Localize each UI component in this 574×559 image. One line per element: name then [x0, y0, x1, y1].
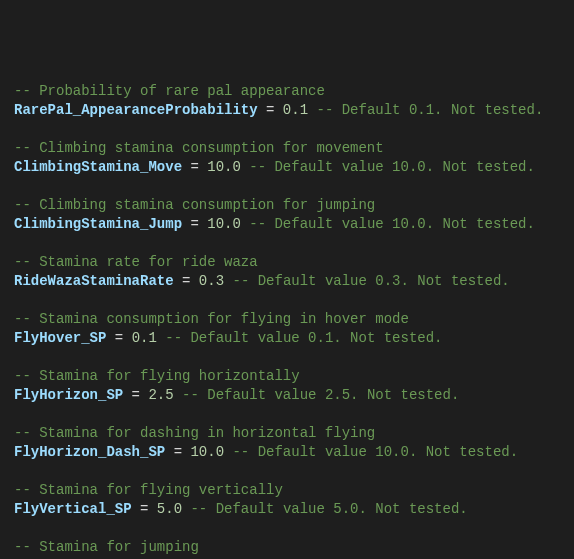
code-assign: =	[182, 216, 207, 232]
code-value: 10.0	[190, 444, 224, 460]
code-comment: -- Climbing stamina consumption for move…	[14, 140, 384, 156]
code-value: 0.3	[199, 273, 224, 289]
code-assign: =	[132, 501, 157, 517]
code-inline-comment: -- Default value 10.0. Not tested.	[241, 216, 535, 232]
code-variable-flyhorizon-sp: FlyHorizon_SP	[14, 387, 123, 403]
code-inline-comment: -- Default value 5.0. Not tested.	[182, 501, 468, 517]
code-variable-rarepal-appearanceprobability: RarePal_AppearanceProbability	[14, 102, 258, 118]
code-comment: -- Stamina rate for ride waza	[14, 254, 258, 270]
code-comment: -- Stamina consumption for flying in hov…	[14, 311, 409, 327]
code-value: 0.1	[283, 102, 308, 118]
code-variable-flyvertical-sp: FlyVertical_SP	[14, 501, 132, 517]
code-value: 10.0	[207, 216, 241, 232]
code-comment: -- Probability of rare pal appearance	[14, 83, 325, 99]
code-block[interactable]: -- Probability of rare pal appearance Ra…	[14, 82, 560, 559]
code-variable-climbingstamina-jump: ClimbingStamina_Jump	[14, 216, 182, 232]
code-value: 2.5	[148, 387, 173, 403]
code-assign: =	[174, 273, 199, 289]
code-variable-flyhorizon-dash-sp: FlyHorizon_Dash_SP	[14, 444, 165, 460]
code-inline-comment: -- Default value 2.5. Not tested.	[174, 387, 460, 403]
code-assign: =	[123, 387, 148, 403]
code-assign: =	[182, 159, 207, 175]
code-inline-comment: -- Default 0.1. Not tested.	[308, 102, 543, 118]
code-inline-comment: -- Default value 0.3. Not tested.	[224, 273, 510, 289]
code-comment: -- Stamina for flying vertically	[14, 482, 283, 498]
code-value: 10.0	[207, 159, 241, 175]
code-assign: =	[258, 102, 283, 118]
code-variable-flyhover-sp: FlyHover_SP	[14, 330, 106, 346]
code-comment: -- Stamina for flying horizontally	[14, 368, 300, 384]
code-assign: =	[165, 444, 190, 460]
code-inline-comment: -- Default value 10.0. Not tested.	[224, 444, 518, 460]
code-comment: -- Stamina for jumping	[14, 539, 199, 555]
code-comment: -- Climbing stamina consumption for jump…	[14, 197, 375, 213]
code-inline-comment: -- Default value 10.0. Not tested.	[241, 159, 535, 175]
code-assign: =	[106, 330, 131, 346]
code-variable-ridewazastaminarate: RideWazaStaminaRate	[14, 273, 174, 289]
code-value: 5.0	[157, 501, 182, 517]
code-variable-climbingstamina-move: ClimbingStamina_Move	[14, 159, 182, 175]
code-inline-comment: -- Default value 0.1. Not tested.	[157, 330, 443, 346]
code-value: 0.1	[132, 330, 157, 346]
code-comment: -- Stamina for dashing in horizontal fly…	[14, 425, 375, 441]
